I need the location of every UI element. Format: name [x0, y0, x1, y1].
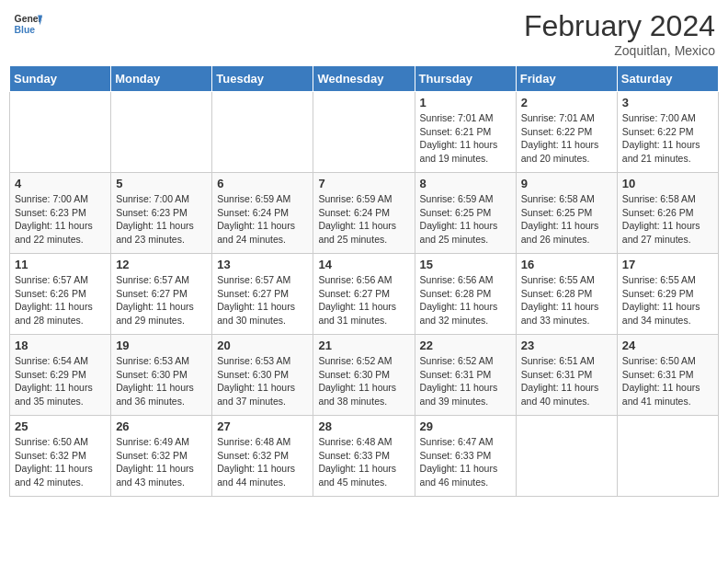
day-info: Sunrise: 6:56 AM Sunset: 6:27 PM Dayligh…	[318, 273, 409, 327]
day-info: Sunrise: 6:59 AM Sunset: 6:24 PM Dayligh…	[318, 192, 409, 247]
day-info: Sunrise: 6:48 AM Sunset: 6:33 PM Dayligh…	[318, 435, 409, 489]
svg-text:Blue: Blue	[15, 25, 36, 35]
day-number: 5	[116, 177, 207, 190]
day-number: 4	[15, 177, 106, 190]
calendar-cell: 16Sunrise: 6:55 AM Sunset: 6:28 PM Dayli…	[516, 254, 617, 335]
day-info: Sunrise: 6:48 AM Sunset: 6:32 PM Dayligh…	[217, 435, 308, 489]
day-info: Sunrise: 6:49 AM Sunset: 6:32 PM Dayligh…	[116, 435, 207, 489]
day-info: Sunrise: 6:59 AM Sunset: 6:25 PM Dayligh…	[420, 192, 511, 247]
day-number: 22	[420, 339, 511, 352]
calendar-cell: 15Sunrise: 6:56 AM Sunset: 6:28 PM Dayli…	[415, 254, 516, 335]
calendar-cell: 22Sunrise: 6:52 AM Sunset: 6:31 PM Dayli…	[415, 335, 516, 416]
day-info: Sunrise: 6:51 AM Sunset: 6:31 PM Dayligh…	[521, 354, 612, 408]
calendar-cell: 20Sunrise: 6:53 AM Sunset: 6:30 PM Dayli…	[212, 335, 313, 416]
day-number: 13	[217, 258, 308, 271]
title-block: February 2024 Zoquitlan, Mexico	[524, 9, 715, 58]
month-title: February 2024	[524, 9, 715, 43]
day-info: Sunrise: 6:53 AM Sunset: 6:30 PM Dayligh…	[217, 354, 308, 408]
day-number: 17	[622, 258, 713, 271]
day-number: 20	[217, 339, 308, 352]
calendar-day-header: Sunday	[10, 66, 111, 92]
logo: General Blue	[13, 9, 42, 39]
calendar-week-row: 1Sunrise: 7:01 AM Sunset: 6:21 PM Daylig…	[10, 92, 719, 173]
calendar-cell: 25Sunrise: 6:50 AM Sunset: 6:32 PM Dayli…	[10, 416, 111, 497]
day-number: 9	[521, 177, 612, 190]
day-info: Sunrise: 6:58 AM Sunset: 6:26 PM Dayligh…	[622, 192, 713, 247]
calendar-cell: 3Sunrise: 7:00 AM Sunset: 6:22 PM Daylig…	[617, 92, 718, 173]
day-info: Sunrise: 6:52 AM Sunset: 6:31 PM Dayligh…	[420, 354, 511, 408]
day-number: 23	[521, 339, 612, 352]
calendar-cell: 28Sunrise: 6:48 AM Sunset: 6:33 PM Dayli…	[313, 416, 415, 497]
calendar-cell: 11Sunrise: 6:57 AM Sunset: 6:26 PM Dayli…	[10, 254, 111, 335]
day-info: Sunrise: 6:53 AM Sunset: 6:30 PM Dayligh…	[116, 354, 207, 408]
calendar-cell: 8Sunrise: 6:59 AM Sunset: 6:25 PM Daylig…	[415, 173, 516, 254]
calendar-cell: 9Sunrise: 6:58 AM Sunset: 6:25 PM Daylig…	[516, 173, 617, 254]
calendar-cell	[516, 416, 617, 497]
calendar-day-header: Saturday	[617, 66, 718, 92]
day-info: Sunrise: 6:50 AM Sunset: 6:31 PM Dayligh…	[622, 354, 713, 408]
calendar-cell: 26Sunrise: 6:49 AM Sunset: 6:32 PM Dayli…	[111, 416, 212, 497]
day-number: 19	[116, 339, 207, 352]
day-number: 14	[318, 258, 409, 271]
calendar-day-header: Tuesday	[212, 66, 313, 92]
calendar-cell	[10, 92, 111, 173]
calendar-cell: 6Sunrise: 6:59 AM Sunset: 6:24 PM Daylig…	[212, 173, 313, 254]
calendar-cell: 17Sunrise: 6:55 AM Sunset: 6:29 PM Dayli…	[617, 254, 718, 335]
calendar-week-row: 18Sunrise: 6:54 AM Sunset: 6:29 PM Dayli…	[10, 335, 719, 416]
calendar-week-row: 4Sunrise: 7:00 AM Sunset: 6:23 PM Daylig…	[10, 173, 719, 254]
day-number: 6	[217, 177, 308, 190]
calendar-cell: 24Sunrise: 6:50 AM Sunset: 6:31 PM Dayli…	[617, 335, 718, 416]
calendar-cell	[617, 416, 718, 497]
calendar-cell: 4Sunrise: 7:00 AM Sunset: 6:23 PM Daylig…	[10, 173, 111, 254]
calendar-cell: 10Sunrise: 6:58 AM Sunset: 6:26 PM Dayli…	[617, 173, 718, 254]
calendar-day-header: Thursday	[415, 66, 516, 92]
day-number: 28	[318, 419, 409, 433]
location: Zoquitlan, Mexico	[524, 43, 715, 58]
day-number: 8	[420, 177, 511, 190]
day-number: 24	[622, 339, 713, 352]
day-info: Sunrise: 7:01 AM Sunset: 6:21 PM Dayligh…	[420, 111, 511, 166]
calendar-day-header: Wednesday	[313, 66, 415, 92]
calendar-cell: 29Sunrise: 6:47 AM Sunset: 6:33 PM Dayli…	[415, 416, 516, 497]
calendar-table: SundayMondayTuesdayWednesdayThursdayFrid…	[9, 65, 719, 497]
day-info: Sunrise: 6:52 AM Sunset: 6:30 PM Dayligh…	[318, 354, 409, 408]
calendar-day-header: Monday	[111, 66, 212, 92]
page-header: General Blue February 2024 Zoquitlan, Me…	[9, 9, 719, 58]
calendar-cell: 18Sunrise: 6:54 AM Sunset: 6:29 PM Dayli…	[10, 335, 111, 416]
day-number: 16	[521, 258, 612, 271]
calendar-cell	[212, 92, 313, 173]
calendar-cell: 2Sunrise: 7:01 AM Sunset: 6:22 PM Daylig…	[516, 92, 617, 173]
day-info: Sunrise: 7:00 AM Sunset: 6:23 PM Dayligh…	[15, 192, 106, 247]
calendar-week-row: 25Sunrise: 6:50 AM Sunset: 6:32 PM Dayli…	[10, 416, 719, 497]
calendar-day-header: Friday	[516, 66, 617, 92]
day-info: Sunrise: 6:57 AM Sunset: 6:27 PM Dayligh…	[116, 273, 207, 327]
day-info: Sunrise: 7:01 AM Sunset: 6:22 PM Dayligh…	[521, 111, 612, 166]
day-info: Sunrise: 6:58 AM Sunset: 6:25 PM Dayligh…	[521, 192, 612, 247]
calendar-cell: 27Sunrise: 6:48 AM Sunset: 6:32 PM Dayli…	[212, 416, 313, 497]
day-info: Sunrise: 6:59 AM Sunset: 6:24 PM Dayligh…	[217, 192, 308, 247]
day-info: Sunrise: 6:55 AM Sunset: 6:28 PM Dayligh…	[521, 273, 612, 327]
day-info: Sunrise: 6:54 AM Sunset: 6:29 PM Dayligh…	[15, 354, 106, 408]
day-number: 18	[15, 339, 106, 352]
calendar-cell: 21Sunrise: 6:52 AM Sunset: 6:30 PM Dayli…	[313, 335, 415, 416]
day-number: 29	[420, 419, 511, 433]
day-number: 27	[217, 419, 308, 433]
logo-icon: General Blue	[13, 9, 42, 39]
calendar-cell: 23Sunrise: 6:51 AM Sunset: 6:31 PM Dayli…	[516, 335, 617, 416]
calendar-cell: 19Sunrise: 6:53 AM Sunset: 6:30 PM Dayli…	[111, 335, 212, 416]
day-info: Sunrise: 6:50 AM Sunset: 6:32 PM Dayligh…	[15, 435, 106, 489]
calendar-week-row: 11Sunrise: 6:57 AM Sunset: 6:26 PM Dayli…	[10, 254, 719, 335]
day-number: 26	[116, 419, 207, 433]
day-number: 12	[116, 258, 207, 271]
calendar-cell: 1Sunrise: 7:01 AM Sunset: 6:21 PM Daylig…	[415, 92, 516, 173]
calendar-cell: 13Sunrise: 6:57 AM Sunset: 6:27 PM Dayli…	[212, 254, 313, 335]
day-info: Sunrise: 6:56 AM Sunset: 6:28 PM Dayligh…	[420, 273, 511, 327]
day-number: 1	[420, 96, 511, 109]
day-info: Sunrise: 6:47 AM Sunset: 6:33 PM Dayligh…	[420, 435, 511, 489]
day-info: Sunrise: 6:55 AM Sunset: 6:29 PM Dayligh…	[622, 273, 713, 327]
calendar-body: 1Sunrise: 7:01 AM Sunset: 6:21 PM Daylig…	[10, 92, 719, 497]
day-number: 7	[318, 177, 409, 190]
day-info: Sunrise: 7:00 AM Sunset: 6:22 PM Dayligh…	[622, 111, 713, 166]
calendar-cell	[111, 92, 212, 173]
calendar-cell	[313, 92, 415, 173]
